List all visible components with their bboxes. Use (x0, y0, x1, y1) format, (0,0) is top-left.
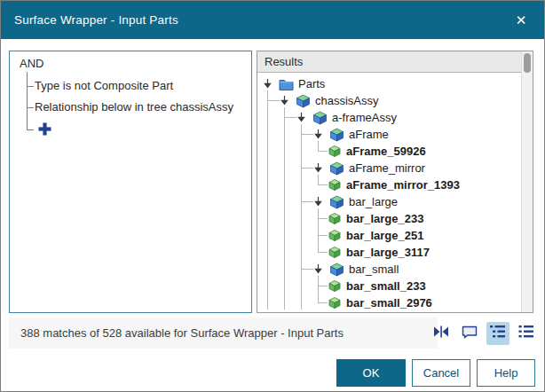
condition-item[interactable]: Type is not Composite Part (35, 79, 173, 92)
results-tree: PartschassisAssya-frameAssyaFrameaFrame_… (257, 73, 520, 312)
ok-button[interactable]: OK (336, 359, 406, 387)
expander-icon[interactable] (263, 79, 272, 89)
tree-item[interactable]: bar_large (257, 193, 520, 210)
tree-view-icon (488, 322, 508, 345)
part-icon (328, 229, 342, 242)
tree-item[interactable]: chassisAssy (257, 92, 520, 109)
cancel-button[interactable]: Cancel (412, 359, 470, 387)
part-icon (328, 212, 342, 225)
assembly-icon (312, 111, 328, 125)
filter-panel: AND Type is not Composite Part Relations… (9, 51, 252, 313)
add-condition-button[interactable] (37, 122, 53, 137)
tree-item[interactable]: Parts (257, 75, 520, 92)
status-bar: 388 matches of 528 available for Surface… (9, 318, 438, 349)
close-icon[interactable]: ✕ (511, 12, 531, 28)
part-icon (328, 178, 342, 192)
scrollbar-thumb[interactable] (524, 53, 531, 73)
assembly-icon (329, 128, 344, 142)
tree-item[interactable]: bar_large_233 (257, 210, 520, 227)
tree-item[interactable]: bar_large_3117 (257, 244, 520, 261)
part-icon (328, 296, 342, 310)
tree-item[interactable]: bar_large_251 (257, 227, 520, 244)
tree-item[interactable]: aFrame_59926 (257, 143, 520, 160)
comment-button[interactable] (458, 322, 481, 345)
tree-item[interactable]: aFrame (257, 126, 520, 143)
comment-icon (460, 322, 479, 345)
tree-item[interactable]: a-frameAssy (257, 109, 520, 126)
collapse-to-selection-button[interactable] (430, 322, 453, 345)
assembly-icon (329, 161, 344, 176)
assembly-icon (329, 263, 344, 277)
help-button[interactable]: Help (477, 359, 535, 387)
expander-icon[interactable] (296, 113, 306, 122)
plus-icon (37, 124, 52, 139)
tree-item[interactable]: aFrame_mirror (257, 160, 520, 176)
tree-item[interactable]: bar_small (257, 261, 520, 278)
condition-item[interactable]: Relationship below in tree chassisAssy (35, 100, 233, 114)
folder-icon (279, 78, 294, 90)
and-operator-label: AND (20, 57, 43, 70)
dialog-buttons: OK Cancel Help (336, 359, 535, 387)
title-bar: Surface Wrapper - Input Parts ✕ (1, 1, 544, 39)
part-icon (328, 246, 342, 259)
collapse-to-selection-icon (431, 322, 451, 345)
assembly-icon (296, 94, 311, 108)
part-icon (328, 145, 342, 158)
window-title: Surface Wrapper - Input Parts (14, 13, 178, 27)
tree-scrollbar[interactable] (521, 51, 533, 312)
list-view-button[interactable] (515, 322, 538, 345)
expander-icon[interactable] (313, 264, 323, 274)
expander-icon[interactable] (280, 96, 289, 106)
filter-tree-line (27, 72, 28, 130)
status-text: 388 matches of 528 available for Surface… (20, 326, 344, 340)
surface-wrapper-input-parts-dialog: Surface Wrapper - Input Parts ✕ AND Type… (0, 0, 545, 392)
assembly-icon (329, 195, 344, 209)
tree-item[interactable]: aFrame_mirror_1393 (257, 176, 520, 193)
results-panel: Results PartschassisAssya-frameAssyaFram… (257, 51, 533, 313)
results-header: Results (257, 51, 533, 73)
tree-view-button[interactable] (486, 322, 509, 345)
expander-icon[interactable] (313, 197, 323, 207)
part-icon (328, 279, 342, 293)
tree-item[interactable]: bar_small_233 (257, 278, 520, 294)
expander-icon[interactable] (313, 129, 323, 139)
list-view-icon (517, 322, 536, 345)
view-toolbar (430, 322, 538, 345)
expander-icon[interactable] (313, 163, 323, 173)
tree-item[interactable]: bar_small_2976 (257, 294, 520, 311)
